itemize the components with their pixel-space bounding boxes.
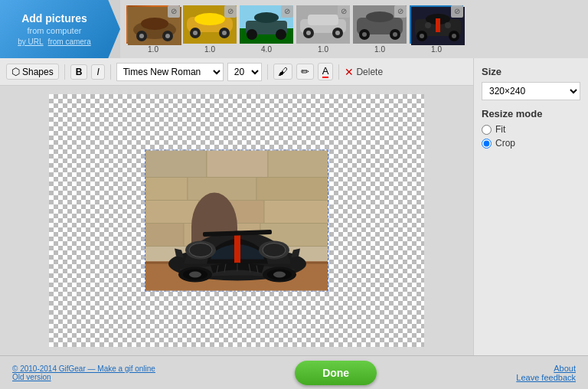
editor-area: ⬡ Shapes B I Times New Roman Arial Couri… [0, 58, 473, 355]
top-bar: Add pictures from computer by URL from c… [0, 0, 588, 58]
toolbar: ⬡ Shapes B I Times New Roman Arial Couri… [0, 58, 473, 86]
svg-rect-48 [145, 178, 188, 201]
fit-radio[interactable] [482, 125, 492, 135]
thumb-item-5[interactable]: ⊘ 1.0 [353, 5, 407, 54]
add-pictures-sub: from computer [28, 26, 82, 35]
add-pictures-label: Add pictures [21, 12, 87, 25]
crop-option[interactable]: Crop [482, 138, 580, 149]
thumb-item-2[interactable]: ⊘ 1.0 [183, 5, 237, 54]
main-content: ⬡ Shapes B I Times New Roman Arial Couri… [0, 58, 588, 355]
svg-point-6 [165, 34, 170, 38]
svg-point-33 [393, 32, 397, 37]
thumb-label-1: 1.0 [148, 45, 158, 54]
thumb-label-5: 1.0 [374, 45, 385, 54]
size-dropdown[interactable]: 320×240 640×480 800×600 1024×768 [482, 82, 580, 100]
shapes-button[interactable]: ⬡ Shapes [6, 64, 59, 80]
svg-point-9 [194, 13, 225, 25]
toolbar-separator-2 [110, 64, 111, 80]
crop-label: Crop [495, 138, 515, 149]
footer-old-version: Old version [12, 373, 155, 381]
footer: © 2010-2014 GifGear — Make a gif online … [0, 355, 588, 389]
resize-mode-label: Resize mode [482, 108, 580, 119]
svg-rect-45 [145, 151, 207, 178]
done-button[interactable]: Done [295, 361, 377, 385]
font-color-icon: A [322, 65, 329, 78]
svg-point-32 [362, 32, 367, 37]
thumb-item-6[interactable]: ⊘ 1.0 [410, 5, 463, 54]
fit-option[interactable]: Fit [482, 124, 580, 135]
brush-icon: 🖌 [278, 66, 288, 77]
thumb-delete-2[interactable]: ⊘ [224, 5, 237, 18]
delete-button[interactable]: ✕ Delete [345, 66, 383, 78]
svg-point-42 [425, 22, 431, 28]
font-size-select[interactable]: 20 14 16 24 32 [227, 63, 262, 81]
image-frame [145, 150, 328, 292]
font-color-button[interactable]: A [318, 63, 334, 80]
feedback-link[interactable]: Leave feedback [516, 373, 576, 382]
svg-point-41 [452, 34, 456, 38]
svg-point-29 [366, 11, 394, 22]
svg-point-5 [139, 34, 144, 38]
svg-point-43 [445, 22, 451, 28]
thumb-delete-4[interactable]: ⊘ [338, 5, 350, 18]
svg-rect-62 [234, 234, 240, 264]
thumb-delete-3[interactable]: ⊘ [281, 5, 293, 18]
thumb-label-2: 1.0 [204, 45, 215, 54]
shapes-icon: ⬡ [11, 66, 20, 77]
delete-label: Delete [356, 67, 383, 77]
bold-button[interactable]: B [70, 64, 88, 80]
svg-point-74 [189, 272, 201, 278]
svg-rect-37 [436, 18, 440, 32]
thumb-delete-1[interactable]: ⊘ [168, 5, 180, 18]
size-section-label: Size [482, 66, 580, 77]
thumb-label-4: 1.0 [318, 45, 328, 54]
thumb-delete-6[interactable]: ⊘ [451, 5, 463, 18]
delete-x-icon: ✕ [345, 66, 354, 78]
svg-point-2 [141, 18, 168, 30]
svg-rect-22 [308, 15, 338, 25]
svg-point-77 [273, 272, 286, 278]
thumb-wrapper-3: ⊘ [240, 5, 293, 44]
pencil-tool-button[interactable]: ✏ [296, 64, 314, 80]
italic-button[interactable]: I [91, 64, 104, 80]
svg-point-17 [254, 12, 279, 23]
gifgear-link[interactable]: © 2010-2014 GifGear — Make a gif online [12, 364, 155, 373]
pencil-icon: ✏ [301, 66, 309, 77]
svg-point-25 [306, 31, 311, 35]
old-version-link[interactable]: Old version [12, 373, 51, 381]
svg-point-66 [263, 244, 286, 257]
from-camera-link[interactable]: from camera [48, 38, 91, 46]
brush-tool-button[interactable]: 🖌 [273, 64, 292, 80]
toolbar-separator-4 [338, 64, 339, 80]
thumb-label-3: 4.0 [261, 45, 272, 54]
svg-point-18 [247, 29, 257, 40]
footer-copyright: © 2010-2014 GifGear — Make a gif online [12, 364, 155, 373]
svg-point-12 [193, 31, 198, 35]
thumb-item-3[interactable]: ⊘ 4.0 [240, 5, 293, 54]
svg-rect-47 [268, 151, 328, 178]
canvas-area[interactable] [49, 94, 424, 347]
by-url-link[interactable]: by URL [18, 38, 43, 46]
thumb-item-4[interactable]: ⊘ 1.0 [296, 5, 350, 54]
thumb-item-1[interactable]: ⊘ 1.0 [126, 5, 180, 54]
svg-point-19 [276, 29, 286, 40]
toolbar-separator-3 [267, 64, 268, 80]
svg-rect-54 [145, 224, 184, 247]
car-image-svg [145, 151, 328, 292]
svg-point-40 [420, 34, 424, 38]
crop-radio[interactable] [482, 139, 492, 149]
thumb-wrapper-5: ⊘ [353, 5, 407, 44]
sidebar-panel: Size 320×240 640×480 800×600 1024×768 Re… [473, 58, 588, 355]
fit-label: Fit [495, 124, 505, 135]
about-link[interactable]: About [516, 364, 576, 373]
thumb-wrapper-6: ⊘ [410, 5, 463, 44]
thumb-delete-5[interactable]: ⊘ [394, 5, 407, 18]
add-pictures-button[interactable]: Add pictures from computer by URL from c… [0, 0, 120, 58]
shapes-label: Shapes [22, 67, 54, 77]
thumb-label-6: 1.0 [431, 45, 442, 54]
svg-point-13 [222, 31, 227, 35]
thumb-wrapper-1: ⊘ [126, 5, 180, 44]
svg-point-26 [335, 31, 340, 35]
font-select[interactable]: Times New Roman Arial Courier New [116, 63, 224, 81]
canvas-wrapper [0, 86, 473, 355]
